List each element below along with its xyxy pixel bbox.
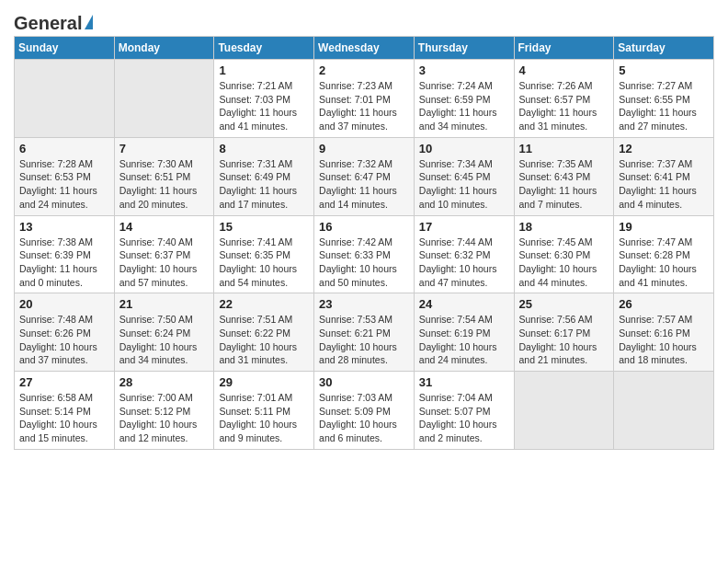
day-info: Sunrise: 7:28 AMSunset: 6:53 PMDaylight:… (19, 157, 109, 212)
calendar-cell: 8Sunrise: 7:31 AMSunset: 6:49 PMDaylight… (214, 137, 314, 215)
calendar-week-row: 27Sunrise: 6:58 AMSunset: 5:14 PMDayligh… (15, 372, 714, 450)
calendar-cell: 21Sunrise: 7:50 AMSunset: 6:24 PMDayligh… (114, 293, 214, 372)
calendar-cell (114, 60, 214, 138)
weekday-header: Monday (114, 37, 214, 60)
weekday-header: Sunday (15, 37, 115, 60)
day-number: 14 (119, 220, 210, 234)
calendar-cell: 22Sunrise: 7:51 AMSunset: 6:22 PMDayligh… (214, 293, 314, 372)
calendar-week-row: 13Sunrise: 7:38 AMSunset: 6:39 PMDayligh… (15, 215, 714, 293)
calendar-week-row: 6Sunrise: 7:28 AMSunset: 6:53 PMDaylight… (15, 137, 714, 215)
day-info: Sunrise: 7:32 AMSunset: 6:47 PMDaylight:… (319, 157, 409, 212)
weekday-header: Wednesday (314, 37, 415, 60)
day-info: Sunrise: 7:57 AMSunset: 6:16 PMDaylight:… (619, 313, 709, 367)
day-info: Sunrise: 7:56 AMSunset: 6:17 PMDaylight:… (519, 313, 609, 367)
day-number: 26 (619, 297, 709, 311)
day-info: Sunrise: 7:54 AMSunset: 6:19 PMDaylight:… (419, 313, 509, 367)
day-info: Sunrise: 7:35 AMSunset: 6:43 PMDaylight:… (519, 157, 609, 212)
day-number: 12 (619, 142, 709, 155)
day-number: 1 (219, 63, 309, 77)
day-info: Sunrise: 7:24 AMSunset: 6:59 PMDaylight:… (419, 79, 509, 133)
day-number: 22 (219, 297, 309, 311)
calendar-cell: 29Sunrise: 7:01 AMSunset: 5:11 PMDayligh… (214, 372, 314, 450)
day-number: 10 (419, 142, 509, 155)
calendar-cell: 26Sunrise: 7:57 AMSunset: 6:16 PMDayligh… (614, 293, 714, 372)
day-info: Sunrise: 7:38 AMSunset: 6:39 PMDaylight:… (19, 236, 109, 290)
page-header: General (14, 9, 714, 32)
day-number: 15 (219, 220, 309, 234)
calendar-cell: 25Sunrise: 7:56 AMSunset: 6:17 PMDayligh… (514, 293, 614, 372)
calendar-cell (514, 372, 614, 450)
calendar-table: SundayMondayTuesdayWednesdayThursdayFrid… (14, 36, 714, 450)
day-number: 21 (119, 297, 210, 311)
day-info: Sunrise: 7:34 AMSunset: 6:45 PMDaylight:… (419, 157, 509, 212)
logo: General (14, 13, 93, 32)
day-info: Sunrise: 7:47 AMSunset: 6:28 PMDaylight:… (619, 236, 709, 290)
day-info: Sunrise: 7:04 AMSunset: 5:07 PMDaylight:… (419, 391, 509, 445)
calendar-cell: 18Sunrise: 7:45 AMSunset: 6:30 PMDayligh… (514, 215, 614, 293)
calendar-cell: 12Sunrise: 7:37 AMSunset: 6:41 PMDayligh… (614, 137, 714, 215)
calendar-cell: 13Sunrise: 7:38 AMSunset: 6:39 PMDayligh… (15, 215, 115, 293)
day-info: Sunrise: 7:51 AMSunset: 6:22 PMDaylight:… (219, 313, 309, 367)
calendar-cell (15, 60, 115, 138)
calendar-cell: 9Sunrise: 7:32 AMSunset: 6:47 PMDaylight… (314, 137, 415, 215)
calendar-week-row: 20Sunrise: 7:48 AMSunset: 6:26 PMDayligh… (15, 293, 714, 372)
logo-triangle-icon (85, 15, 93, 29)
day-info: Sunrise: 7:26 AMSunset: 6:57 PMDaylight:… (519, 79, 609, 133)
weekday-header: Saturday (614, 37, 714, 60)
day-info: Sunrise: 7:45 AMSunset: 6:30 PMDaylight:… (519, 236, 609, 290)
day-number: 17 (419, 220, 509, 234)
day-number: 5 (619, 63, 709, 77)
day-number: 16 (319, 220, 409, 234)
day-number: 18 (519, 220, 609, 234)
calendar-cell: 4Sunrise: 7:26 AMSunset: 6:57 PMDaylight… (514, 60, 614, 138)
day-number: 30 (319, 375, 409, 389)
weekday-header: Thursday (414, 37, 514, 60)
calendar-cell: 5Sunrise: 7:27 AMSunset: 6:55 PMDaylight… (614, 60, 714, 138)
calendar-cell: 19Sunrise: 7:47 AMSunset: 6:28 PMDayligh… (614, 215, 714, 293)
calendar-cell (614, 372, 714, 450)
logo-general-text: General (14, 13, 82, 34)
day-number: 13 (19, 220, 109, 234)
calendar-cell: 23Sunrise: 7:53 AMSunset: 6:21 PMDayligh… (314, 293, 415, 372)
calendar-cell: 20Sunrise: 7:48 AMSunset: 6:26 PMDayligh… (15, 293, 115, 372)
calendar-cell: 16Sunrise: 7:42 AMSunset: 6:33 PMDayligh… (314, 215, 415, 293)
calendar-header-row: SundayMondayTuesdayWednesdayThursdayFrid… (15, 37, 714, 60)
calendar-week-row: 1Sunrise: 7:21 AMSunset: 7:03 PMDaylight… (15, 60, 714, 138)
calendar-cell: 10Sunrise: 7:34 AMSunset: 6:45 PMDayligh… (414, 137, 514, 215)
day-info: Sunrise: 7:40 AMSunset: 6:37 PMDaylight:… (119, 236, 210, 290)
day-number: 2 (319, 63, 409, 77)
calendar-cell: 7Sunrise: 7:30 AMSunset: 6:51 PMDaylight… (114, 137, 214, 215)
calendar-cell: 15Sunrise: 7:41 AMSunset: 6:35 PMDayligh… (214, 215, 314, 293)
day-info: Sunrise: 7:53 AMSunset: 6:21 PMDaylight:… (319, 313, 409, 367)
day-number: 11 (519, 142, 609, 155)
day-number: 9 (319, 142, 409, 155)
day-number: 7 (119, 142, 210, 155)
day-info: Sunrise: 7:21 AMSunset: 7:03 PMDaylight:… (219, 79, 309, 133)
calendar-cell: 11Sunrise: 7:35 AMSunset: 6:43 PMDayligh… (514, 137, 614, 215)
day-number: 29 (219, 375, 309, 389)
calendar-cell: 31Sunrise: 7:04 AMSunset: 5:07 PMDayligh… (414, 372, 514, 450)
day-number: 28 (119, 375, 210, 389)
day-number: 19 (619, 220, 709, 234)
day-number: 8 (219, 142, 309, 155)
day-info: Sunrise: 7:27 AMSunset: 6:55 PMDaylight:… (619, 79, 709, 133)
day-info: Sunrise: 6:58 AMSunset: 5:14 PMDaylight:… (19, 391, 109, 445)
calendar-cell: 30Sunrise: 7:03 AMSunset: 5:09 PMDayligh… (314, 372, 415, 450)
calendar-cell: 27Sunrise: 6:58 AMSunset: 5:14 PMDayligh… (15, 372, 115, 450)
day-number: 4 (519, 63, 609, 77)
day-number: 23 (319, 297, 409, 311)
calendar-cell: 17Sunrise: 7:44 AMSunset: 6:32 PMDayligh… (414, 215, 514, 293)
day-info: Sunrise: 7:01 AMSunset: 5:11 PMDaylight:… (219, 391, 309, 445)
day-number: 6 (19, 142, 109, 155)
day-info: Sunrise: 7:37 AMSunset: 6:41 PMDaylight:… (619, 157, 709, 212)
day-number: 20 (19, 297, 109, 311)
day-info: Sunrise: 7:50 AMSunset: 6:24 PMDaylight:… (119, 313, 210, 367)
day-info: Sunrise: 7:23 AMSunset: 7:01 PMDaylight:… (319, 79, 409, 133)
day-info: Sunrise: 7:03 AMSunset: 5:09 PMDaylight:… (319, 391, 409, 445)
day-number: 27 (19, 375, 109, 389)
day-number: 24 (419, 297, 509, 311)
weekday-header: Friday (514, 37, 614, 60)
calendar-cell: 24Sunrise: 7:54 AMSunset: 6:19 PMDayligh… (414, 293, 514, 372)
day-info: Sunrise: 7:31 AMSunset: 6:49 PMDaylight:… (219, 157, 309, 212)
day-info: Sunrise: 7:00 AMSunset: 5:12 PMDaylight:… (119, 391, 210, 445)
